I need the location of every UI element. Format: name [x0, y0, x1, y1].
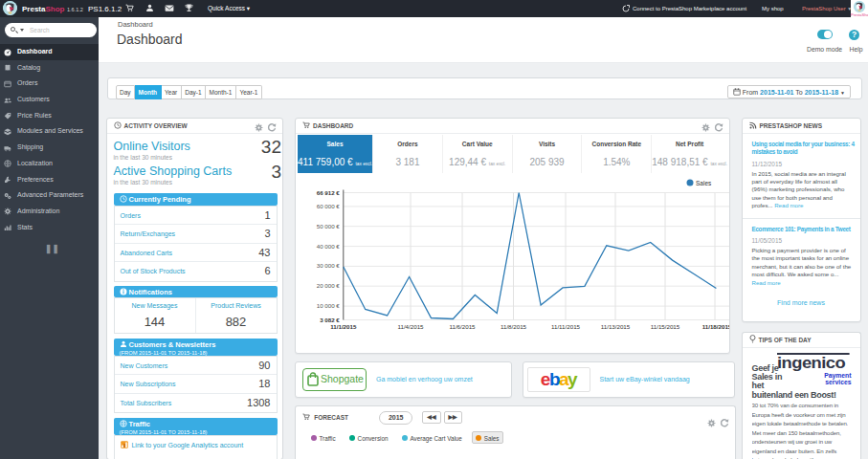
svg-text:3 082 €: 3 082 € [320, 316, 340, 322]
svg-text:50 000 €: 50 000 € [317, 222, 341, 229]
svg-text:40 000 €: 40 000 € [317, 242, 341, 249]
svg-text:11/13/2015: 11/13/2015 [601, 322, 631, 329]
svg-text:66 912 €: 66 912 € [317, 188, 341, 195]
svg-text:11/8/2015: 11/8/2015 [501, 322, 527, 329]
svg-text:30 000 €: 30 000 € [317, 262, 341, 269]
svg-text:Sales: Sales [696, 179, 712, 186]
svg-text:11/15/2015: 11/15/2015 [651, 322, 680, 329]
svg-text:11/1/2015: 11/1/2015 [330, 322, 357, 329]
svg-text:11/11/2015: 11/11/2015 [551, 322, 581, 329]
svg-text:60 000 €: 60 000 € [317, 202, 341, 208]
svg-text:10 000 €: 10 000 € [317, 302, 341, 309]
svg-text:11/6/2015: 11/6/2015 [449, 322, 476, 329]
svg-text:11/18/2015: 11/18/2015 [702, 322, 729, 329]
svg-text:11/4/2015: 11/4/2015 [397, 322, 424, 329]
svg-text:20 000 €: 20 000 € [317, 282, 341, 289]
